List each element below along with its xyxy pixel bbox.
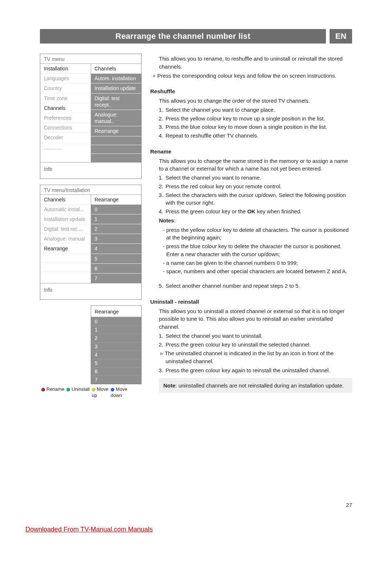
panel2-right-item: 3 [91, 234, 142, 243]
legend-rename: Rename [46, 386, 64, 392]
panel2-right-item: 2 [91, 224, 142, 234]
colour-key-legend: Rename Uninstall Move up Move down [40, 384, 142, 399]
panel2-left-item-selected: Rearrange [40, 243, 91, 253]
panel2-right-item: 1 [91, 214, 142, 224]
panel1-left-item: Time zone [40, 93, 91, 103]
panel1-left-header: Installation [40, 64, 91, 73]
panel3-title: Rearrange [91, 306, 141, 317]
reshuffle-steps: Select the channel you want to change pl… [150, 106, 352, 140]
list-item: Press the yellow colour key to move up a… [165, 115, 352, 123]
header-bar: Rearrange the channel number list EN [40, 29, 352, 44]
rearrange-block: Rearrange 0 1 2 3 4 5 6 7 Rename Uninsta… [40, 305, 142, 399]
uninstall-steps: Select the channel you want to uninstall… [150, 332, 352, 349]
panel1-right-item: Rearrange [91, 126, 142, 136]
reshuffle-desc: This allows you to change the order of t… [150, 97, 352, 105]
panel2-right-item: 5 [91, 254, 142, 263]
legend-uninstall: Uninstall [72, 386, 90, 392]
panel2-left-item: Installation update [40, 214, 91, 224]
heading-reshuffle: Reshuffle [150, 87, 352, 95]
notes-list: press the yellow colour key to delete al… [158, 226, 352, 276]
red-dot-icon [41, 388, 45, 391]
panel1-left-item: Connections [40, 123, 91, 132]
notes-label: Notes: [150, 217, 352, 225]
language-badge: EN [330, 29, 352, 44]
panel3-row: 3 [91, 342, 141, 350]
list-item: Press the red colour key on your remote … [165, 182, 352, 190]
list-item: press the yellow colour key to delete al… [166, 226, 352, 242]
blue-dot-icon [111, 388, 114, 391]
panel1-left-item-selected: Channels [40, 103, 91, 113]
panel3-row: 5 [91, 359, 141, 367]
panel1-right-item: Analogue: manual.. [91, 110, 142, 126]
green-dot-icon [66, 388, 70, 391]
panel3-row: 7 [91, 376, 141, 384]
rename-step5: Select another channel number and repeat… [150, 282, 352, 290]
page-number: 27 [346, 502, 352, 508]
panel2-left-item: Automatic instal... [40, 204, 91, 214]
heading-rename: Rename [150, 148, 352, 156]
rearrange-mini-panel: Rearrange 0 1 2 3 4 5 6 7 [91, 305, 142, 384]
uninstall-desc: This allows you to uninstall a stored ch… [150, 307, 352, 331]
list-item: Select another channel number and repeat… [165, 282, 352, 290]
panel2-left-item: Analogue: manual [40, 234, 91, 243]
list-item: Press the green colour key or the OK key… [165, 208, 352, 216]
panel2-right-item: 4 [91, 243, 142, 253]
menu-panel-1: TV menu Installation Languages Country T… [40, 54, 142, 179]
page-title: Rearrange the channel number list [40, 29, 326, 44]
list-item: Select the channel you want to change pl… [165, 106, 352, 114]
panel1-left-item: Preferences [40, 113, 91, 123]
panel2-right-header: Rearrange [91, 195, 142, 204]
intro-1: This allows you to rename, to reshuffle … [150, 55, 352, 71]
heading-uninstall: Uninstall - reinstall [150, 298, 352, 306]
panel1-right-item: Digital: test recept.. [91, 93, 142, 110]
panel2-title: TV menu/Installation [40, 185, 141, 195]
footer-link[interactable]: Downloaded From TV-Manual.com Manuals [25, 526, 153, 533]
yellow-dot-icon [92, 388, 95, 391]
list-item: Select the channel you want to uninstall… [165, 332, 352, 340]
panel3-row: 6 [91, 367, 141, 376]
panel1-right-item: Installation update [91, 83, 142, 93]
panel3-row: 1 [91, 325, 141, 334]
list-item: a name can be given to the channel numbe… [166, 259, 352, 267]
panel1-left-item: Languages [40, 73, 91, 83]
panel1-title: TV menu [40, 54, 141, 64]
panel1-right-item: Autom. installation [91, 73, 142, 83]
panel2-info: Info [40, 283, 141, 299]
panel2-right-item: 6 [91, 263, 142, 273]
panel2-right-item: 7 [91, 273, 142, 283]
panel2-left-item: Digital: test rec.... [40, 224, 91, 234]
panel2-left-header: Channels [40, 195, 91, 204]
uninstall-step3: Press the green colour key again to rein… [150, 366, 352, 374]
rename-steps: Select the channel you want to rename. P… [150, 174, 352, 216]
uninstall-note-box: Note: uninstalled channels are not reins… [159, 378, 352, 393]
body-text: This allows you to rename, to reshuffle … [150, 54, 352, 399]
rename-desc: This allows you to change the name store… [150, 157, 352, 173]
panel3-row: 4 [91, 350, 141, 359]
intro-2: ∘ Press the corresponding colour keys an… [150, 72, 352, 80]
list-item: space, numbers and other special charact… [166, 267, 352, 275]
list-item: Press the green colour key to uninstall … [165, 341, 352, 349]
list-item: press the blue colour key to delete the … [166, 242, 352, 258]
panel3-row: 2 [91, 334, 141, 342]
list-item: Select the characters with the cursor up… [165, 191, 352, 207]
list-item: Repeat to reshuffle other TV channels. [165, 132, 352, 140]
panel1-right-header: Channels [91, 64, 142, 73]
list-item: Select the channel you want to rename. [165, 174, 352, 182]
menu-panel-2: TV menu/Installation Channels Automatic … [40, 185, 142, 300]
panel1-left-item: Country [40, 83, 91, 93]
panel1-left-item: Decoder [40, 132, 91, 142]
panel3-row: 0 [91, 317, 141, 325]
list-item: Press the blue colour key to move down a… [165, 123, 352, 131]
panel2-right-item: 0 [91, 204, 142, 214]
panel1-left-item: ............. [40, 143, 91, 152]
panel1-info: Info [40, 162, 141, 179]
list-item: Press the green colour key again to rein… [165, 366, 352, 374]
uninstall-sub: ▹ The uninstalled channel is indicated i… [150, 349, 352, 365]
